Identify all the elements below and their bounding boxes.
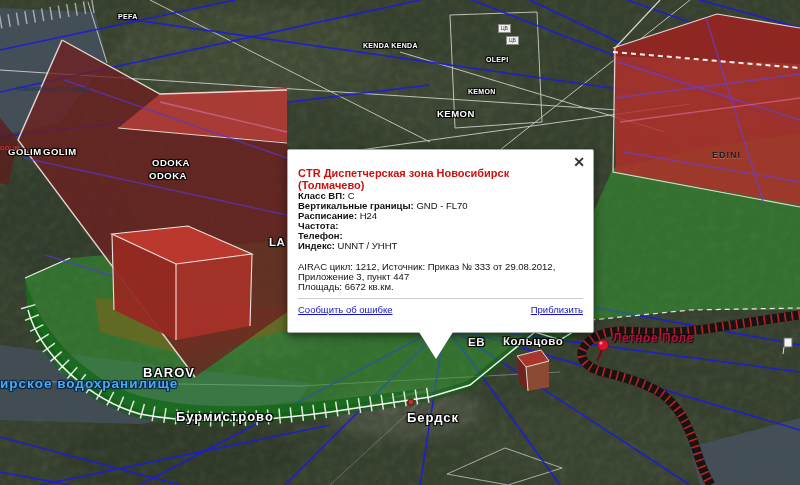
map-viewport[interactable]: GOLIM GOLIM ODOKA ODOKA PEFA KENDA KENDA… <box>0 0 800 485</box>
berdsk-town-dot[interactable] <box>408 399 414 405</box>
report-error-link[interactable]: Сообщить об ошибке <box>298 304 393 315</box>
popup-fields: Класс ВП: C Вертикальные границы: GND - … <box>298 191 581 250</box>
airspace-info-popup: ✕ CTR Диспетчерская зона Новосибирск (То… <box>287 149 594 333</box>
field-schedule: Расписание: H24 <box>298 211 581 221</box>
area-line: Площадь: 6672 кв.км. <box>298 282 581 292</box>
popup-meta: AIRAC цикл: 1212, Источник: Приказ № 333… <box>298 262 581 292</box>
zoom-to-link[interactable]: Приблизить <box>531 304 583 315</box>
koltsovo-red-box <box>517 350 549 391</box>
popup-tail <box>419 332 453 359</box>
airac-source-line: AIRAC цикл: 1212, Источник: Приказ № 333… <box>298 262 581 282</box>
field-index: Индекс: UNNT / УННТ <box>298 241 581 251</box>
popup-title: CTR Диспетчерская зона Новосибирск (Толм… <box>298 167 577 191</box>
